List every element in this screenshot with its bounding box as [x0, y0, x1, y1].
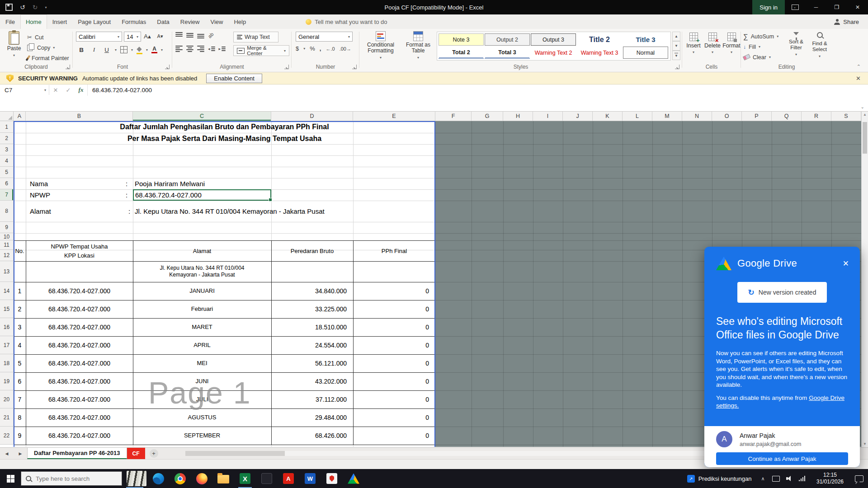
delete-cells-button[interactable]: Delete▾	[703, 33, 722, 54]
style-total-2[interactable]: Total 2	[439, 47, 484, 59]
tray-notification[interactable]: ↗ Prediksi keuntungan	[687, 475, 752, 483]
cell-npwp[interactable]: 68.436.720.4-027.000	[26, 390, 133, 408]
autosum-button[interactable]: ∑AutoSum▾	[743, 32, 778, 41]
cell-bruto[interactable]: 29.484.000	[271, 408, 350, 427]
font-name-select[interactable]: Calibri▾	[76, 32, 122, 42]
style-title-2[interactable]: Title 2	[577, 33, 622, 46]
cell-no[interactable]: 1	[14, 282, 26, 300]
tab-insert[interactable]: Insert	[47, 14, 73, 29]
cell-bruto[interactable]: 33.225.000	[271, 300, 350, 318]
borders-icon[interactable]	[120, 46, 127, 53]
cell-no[interactable]: 3	[14, 318, 26, 336]
cell-month[interactable]: APRIL	[133, 336, 271, 354]
tab-file[interactable]: File	[0, 14, 20, 29]
paste-dropdown-icon[interactable]: ▾	[13, 52, 15, 58]
alignment-dialog-launcher-icon[interactable]	[284, 65, 289, 69]
cell-npwp[interactable]: 68.436.720.4-027.000	[26, 372, 133, 390]
cell-npwp[interactable]: 68.436.720.4-027.000	[26, 336, 133, 354]
cell-npwp[interactable]: 68.436.720.4-027.000	[26, 282, 133, 300]
cell-bruto[interactable]: 68.426.000	[271, 427, 350, 445]
sheet-nav-right-icon[interactable]: ▶	[14, 448, 27, 459]
table-header-bruto[interactable]: Peredaran Bruto	[271, 240, 353, 261]
npwp-value-cell-c7[interactable]: 68.436.720.4-027.000	[135, 189, 202, 201]
row-header-2[interactable]: 2	[0, 133, 14, 144]
cancel-icon[interactable]: ✕	[49, 87, 62, 94]
cell-bruto[interactable]: 34.840.000	[271, 282, 350, 300]
row-header-3[interactable]: 3	[0, 144, 14, 155]
orientation-icon[interactable]: ab	[207, 31, 215, 39]
new-sheet-icon[interactable]: +	[150, 449, 158, 458]
scroll-up-icon[interactable]: ▲	[862, 113, 868, 117]
style-title-3[interactable]: Title 3	[623, 33, 668, 46]
cell-pph[interactable]: 0	[353, 354, 432, 372]
cell-month[interactable]: JANUARI	[133, 282, 271, 300]
cell-no[interactable]: 2	[14, 300, 26, 318]
cell-pph[interactable]: 0	[353, 408, 432, 427]
format-cells-button[interactable]: Format▾	[722, 33, 741, 54]
column-header-L[interactable]: L	[623, 111, 652, 121]
taskbar-zebra-thumbnail[interactable]	[122, 469, 147, 488]
column-header-J[interactable]: J	[563, 111, 593, 121]
formula-input[interactable]: 68.436.720.4-027.000	[87, 84, 868, 96]
taskbar-dark-app[interactable]	[256, 469, 278, 488]
row-header-6[interactable]: 6	[0, 178, 14, 189]
cell-no[interactable]: 7	[14, 390, 26, 408]
taskbar-light-app[interactable]	[321, 469, 343, 488]
row-header-16[interactable]: 16	[0, 318, 14, 336]
taskbar-google-drive[interactable]	[343, 469, 364, 488]
cell-bruto[interactable]: 24.554.000	[271, 336, 350, 354]
sheet-tab-cf[interactable]: CF	[127, 448, 145, 459]
gallery-more-icon[interactable]: ▼	[672, 51, 680, 60]
cell-no[interactable]: 5	[14, 354, 26, 372]
row-header-18[interactable]: 18	[0, 354, 14, 372]
cell-pph[interactable]: 0	[353, 318, 432, 336]
cell-no[interactable]: 4	[14, 336, 26, 354]
security-bar-close-icon[interactable]: ✕	[856, 75, 861, 82]
new-version-button[interactable]: ↻ New version created	[737, 282, 827, 303]
row-header-14[interactable]: 14	[0, 282, 14, 300]
row-header-21[interactable]: 21	[0, 408, 14, 427]
tab-review[interactable]: Review	[175, 14, 205, 29]
font-size-select[interactable]: 14▾	[124, 32, 141, 42]
merge-center-button[interactable]: Merge & Center ▾	[233, 45, 289, 56]
cut-button[interactable]: ✂Cut	[27, 33, 43, 42]
align-bottom-icon[interactable]	[197, 32, 204, 38]
cell-month[interactable]: MEI	[133, 354, 271, 372]
row-header-12[interactable]: 12	[0, 250, 14, 261]
vertical-scrollbar[interactable]: ▲ ▼	[861, 111, 868, 447]
table-header-npwp-line1[interactable]: NPWP Tempat Usaha	[26, 242, 133, 251]
fill-button[interactable]: ↓Fill▾	[743, 42, 760, 52]
cell-month[interactable]: AGUSTUS	[133, 408, 271, 427]
taskbar-file-explorer[interactable]	[212, 469, 234, 488]
style-normal[interactable]: Normal	[623, 47, 668, 59]
increase-font-icon[interactable]: A▴	[143, 32, 152, 41]
taskbar-excel[interactable]: X	[234, 469, 256, 488]
cell-npwp[interactable]: 68.436.720.4-027.000	[26, 427, 133, 445]
cell-month[interactable]: MARET	[133, 318, 271, 336]
start-button[interactable]	[0, 469, 21, 488]
column-header-R[interactable]: R	[802, 111, 831, 121]
fill-color-icon[interactable]	[137, 47, 142, 52]
row-header-8[interactable]: 8	[0, 201, 14, 222]
decrease-indent-icon[interactable]: ◂	[208, 46, 215, 52]
npwp-label[interactable]: NPWP	[30, 189, 50, 201]
tab-home[interactable]: Home	[20, 14, 47, 29]
column-header-K[interactable]: K	[593, 111, 623, 121]
formula-bar-expand-icon[interactable]: ⌄	[861, 104, 864, 109]
cell-no[interactable]: 8	[14, 408, 26, 427]
tab-view[interactable]: View	[205, 14, 228, 29]
underline-dropdown-icon[interactable]: ▾	[115, 48, 117, 52]
align-middle-icon[interactable]	[186, 32, 193, 38]
clear-button[interactable]: Clear▾	[743, 52, 771, 62]
save-icon[interactable]	[5, 4, 13, 11]
hidden-icons-chevron-icon[interactable]: ∧	[761, 476, 764, 482]
style-warning-text-2[interactable]: Warning Text 2	[531, 47, 576, 59]
popup-close-icon[interactable]: ✕	[841, 257, 851, 270]
customize-toolbar-icon[interactable]: ▾	[45, 5, 47, 9]
cell-pph[interactable]: 0	[353, 427, 432, 445]
scroll-down-icon[interactable]: ▼	[862, 442, 868, 446]
taskbar-clock[interactable]: 12:15 31/01/2026	[814, 472, 846, 485]
copy-button[interactable]: Copy▾	[27, 43, 55, 52]
style-total-3[interactable]: Total 3	[485, 47, 530, 59]
vertical-scrollbar-thumb[interactable]	[863, 122, 867, 154]
